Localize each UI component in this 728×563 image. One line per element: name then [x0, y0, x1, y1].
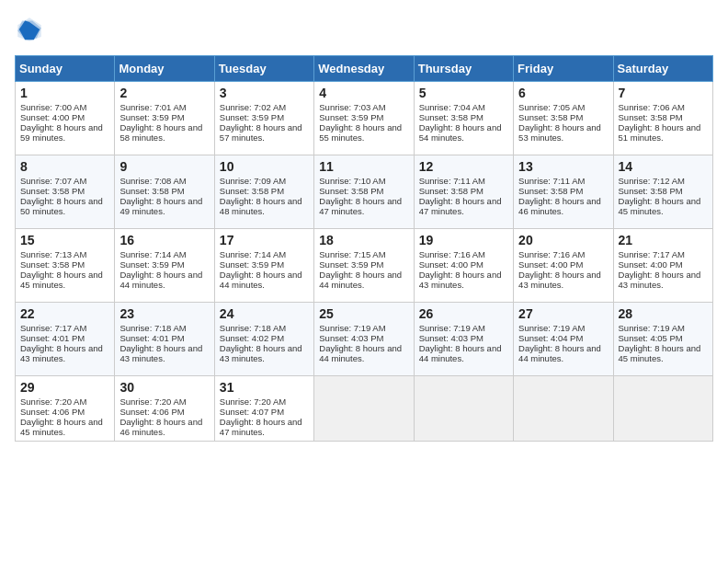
calendar-cell [414, 376, 513, 442]
calendar-header-row: SundayMondayTuesdayWednesdayThursdayFrid… [16, 56, 713, 82]
day-number: 16 [119, 233, 209, 247]
calendar-cell: 11Sunrise: 7:10 AMSunset: 3:58 PMDayligh… [314, 155, 414, 229]
calendar-cell: 29Sunrise: 7:20 AMSunset: 4:06 PMDayligh… [16, 376, 115, 442]
daylight: Daylight: 8 hours and 45 minutes. [20, 270, 103, 290]
day-number: 27 [518, 306, 608, 321]
sunrise: Sunrise: 7:00 AM [20, 102, 86, 112]
calendar-cell: 10Sunrise: 7:09 AMSunset: 3:58 PMDayligh… [214, 155, 313, 229]
day-number: 25 [319, 306, 408, 321]
day-number: 31 [220, 380, 309, 395]
sunset: Sunset: 4:03 PM [419, 333, 483, 343]
calendar-cell: 30Sunrise: 7:20 AMSunset: 4:06 PMDayligh… [115, 376, 214, 442]
daylight: Daylight: 8 hours and 43 minutes. [619, 270, 701, 290]
sunrise: Sunrise: 7:18 AM [119, 323, 186, 333]
sunrise: Sunrise: 7:19 AM [419, 323, 485, 333]
calendar-cell [613, 376, 712, 442]
calendar-cell: 23Sunrise: 7:18 AMSunset: 4:01 PMDayligh… [115, 303, 214, 376]
day-number: 24 [220, 306, 309, 321]
sunset: Sunset: 3:58 PM [319, 186, 383, 196]
calendar-week-row: 15Sunrise: 7:13 AMSunset: 3:58 PMDayligh… [16, 229, 713, 303]
calendar-cell: 8Sunrise: 7:07 AMSunset: 3:58 PMDaylight… [16, 155, 115, 229]
calendar-cell [314, 376, 414, 442]
sunrise: Sunrise: 7:17 AM [20, 323, 86, 333]
sunset: Sunset: 3:59 PM [319, 112, 383, 122]
day-number: 19 [419, 233, 508, 247]
calendar-week-row: 1Sunrise: 7:00 AMSunset: 4:00 PMDaylight… [16, 82, 713, 155]
calendar-cell: 20Sunrise: 7:16 AMSunset: 4:00 PMDayligh… [514, 229, 613, 303]
sunset: Sunset: 3:58 PM [119, 186, 184, 196]
calendar-cell: 13Sunrise: 7:11 AMSunset: 3:58 PMDayligh… [514, 155, 613, 229]
day-number: 29 [20, 380, 109, 395]
sunrise: Sunrise: 7:16 AM [419, 249, 485, 259]
sunset: Sunset: 3:58 PM [419, 186, 483, 196]
calendar-week-row: 29Sunrise: 7:20 AMSunset: 4:06 PMDayligh… [16, 376, 713, 442]
sunset: Sunset: 3:58 PM [220, 186, 284, 196]
calendar-cell: 1Sunrise: 7:00 AMSunset: 4:00 PMDaylight… [16, 82, 115, 155]
sunrise: Sunrise: 7:09 AM [220, 176, 286, 186]
sunset: Sunset: 4:03 PM [319, 333, 383, 343]
sunset: Sunset: 3:58 PM [619, 112, 683, 122]
sunrise: Sunrise: 7:03 AM [319, 102, 385, 112]
sunrise: Sunrise: 7:11 AM [419, 176, 485, 186]
day-header-friday: Friday [514, 56, 613, 82]
daylight: Daylight: 8 hours and 44 minutes. [419, 343, 502, 363]
day-number: 5 [419, 86, 508, 100]
calendar-cell: 5Sunrise: 7:04 AMSunset: 3:58 PMDaylight… [414, 82, 513, 155]
day-number: 26 [419, 306, 508, 321]
day-number: 23 [119, 306, 209, 321]
day-number: 6 [518, 86, 608, 100]
daylight: Daylight: 8 hours and 43 minutes. [220, 343, 302, 363]
daylight: Daylight: 8 hours and 45 minutes. [619, 343, 701, 363]
day-header-wednesday: Wednesday [314, 56, 414, 82]
day-number: 10 [220, 159, 309, 174]
sunset: Sunset: 4:07 PM [220, 407, 284, 417]
calendar-cell: 27Sunrise: 7:19 AMSunset: 4:04 PMDayligh… [514, 303, 613, 376]
day-number: 18 [319, 233, 408, 247]
day-number: 22 [20, 306, 109, 321]
sunset: Sunset: 3:59 PM [319, 259, 383, 270]
calendar-cell: 6Sunrise: 7:05 AMSunset: 3:58 PMDaylight… [514, 82, 613, 155]
sunset: Sunset: 4:06 PM [119, 407, 184, 417]
day-header-thursday: Thursday [414, 56, 513, 82]
daylight: Daylight: 8 hours and 53 minutes. [518, 122, 601, 143]
sunrise: Sunrise: 7:18 AM [220, 323, 286, 333]
sunset: Sunset: 3:59 PM [220, 259, 284, 270]
calendar-cell: 4Sunrise: 7:03 AMSunset: 3:59 PMDaylight… [314, 82, 414, 155]
sunrise: Sunrise: 7:14 AM [220, 249, 286, 259]
sunrise: Sunrise: 7:08 AM [119, 176, 186, 186]
daylight: Daylight: 8 hours and 54 minutes. [419, 122, 502, 143]
calendar-cell: 15Sunrise: 7:13 AMSunset: 3:58 PMDayligh… [16, 229, 115, 303]
day-number: 15 [20, 233, 109, 247]
sunset: Sunset: 4:00 PM [619, 259, 683, 270]
calendar-cell: 7Sunrise: 7:06 AMSunset: 3:58 PMDaylight… [613, 82, 712, 155]
day-header-monday: Monday [115, 56, 214, 82]
sunset: Sunset: 3:58 PM [419, 112, 483, 122]
sunset: Sunset: 3:58 PM [20, 186, 85, 196]
calendar-cell: 18Sunrise: 7:15 AMSunset: 3:59 PMDayligh… [314, 229, 414, 303]
sunrise: Sunrise: 7:20 AM [119, 396, 186, 407]
day-number: 13 [518, 159, 608, 174]
day-header-sunday: Sunday [16, 56, 115, 82]
sunrise: Sunrise: 7:04 AM [419, 102, 485, 112]
day-header-saturday: Saturday [613, 56, 712, 82]
calendar-week-row: 22Sunrise: 7:17 AMSunset: 4:01 PMDayligh… [16, 303, 713, 376]
sunrise: Sunrise: 7:10 AM [319, 176, 385, 186]
day-number: 28 [619, 306, 708, 321]
daylight: Daylight: 8 hours and 59 minutes. [20, 122, 103, 143]
daylight: Daylight: 8 hours and 47 minutes. [319, 196, 402, 216]
day-number: 3 [220, 86, 309, 100]
daylight: Daylight: 8 hours and 43 minutes. [419, 270, 502, 290]
sunrise: Sunrise: 7:19 AM [619, 323, 685, 333]
sunrise: Sunrise: 7:01 AM [119, 102, 186, 112]
logo-icon [15, 15, 44, 44]
sunset: Sunset: 3:58 PM [518, 112, 583, 122]
calendar-cell: 3Sunrise: 7:02 AMSunset: 3:59 PMDaylight… [214, 82, 313, 155]
calendar-cell: 16Sunrise: 7:14 AMSunset: 3:59 PMDayligh… [115, 229, 214, 303]
calendar-cell: 21Sunrise: 7:17 AMSunset: 4:00 PMDayligh… [613, 229, 712, 303]
sunset: Sunset: 4:06 PM [20, 407, 85, 417]
daylight: Daylight: 8 hours and 43 minutes. [20, 343, 103, 363]
sunset: Sunset: 4:00 PM [20, 112, 85, 122]
sunrise: Sunrise: 7:14 AM [119, 249, 186, 259]
day-number: 21 [619, 233, 708, 247]
day-number: 2 [119, 86, 209, 100]
